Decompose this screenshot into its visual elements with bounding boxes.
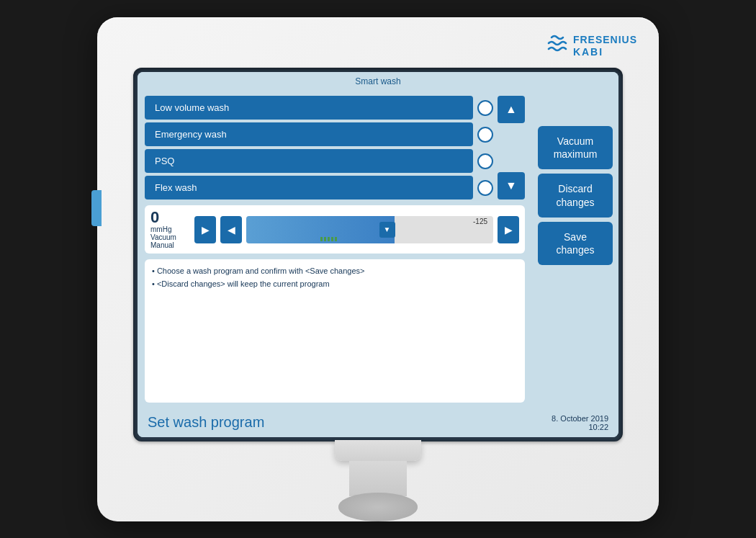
left-panel: Low volume wash Emergency wash PSQ (138, 90, 532, 408)
scroll-down-button[interactable]: ▼ (498, 172, 525, 199)
screen-title: Smart wash (355, 76, 400, 86)
wash-option-psq: PSQ (145, 149, 493, 173)
slider-label: -125 (473, 218, 487, 225)
device: FRESENIUS KABI Smart wash Low volume wa (97, 17, 659, 521)
stand-joint (338, 493, 418, 521)
save-changes-button[interactable]: Save changes (538, 222, 613, 265)
vacuum-right-button[interactable]: ▶ (498, 216, 519, 243)
date-display: 8. October 2019 (552, 414, 608, 423)
screen-title-bar: Smart wash (138, 72, 618, 91)
scroll-buttons: ▲ ▼ (498, 96, 525, 199)
vacuum-increment-button[interactable]: ▶ (194, 216, 216, 243)
vacuum-maximum-button[interactable]: Vacuum maximum (538, 126, 613, 169)
vacuum-slider[interactable]: -125 ▼ (246, 216, 493, 243)
instruction-2: • <Discard changes> will keep the curren… (152, 278, 518, 291)
instructions-panel: • Choose a wash program and confirm with… (145, 259, 525, 403)
vacuum-mode: Vacuum (150, 233, 190, 241)
emergency-wash-button[interactable]: Emergency wash (145, 122, 473, 146)
side-button[interactable] (91, 190, 102, 226)
logo-text: FRESENIUS KABI (573, 34, 637, 58)
psq-button[interactable]: PSQ (145, 149, 473, 173)
vacuum-area: 0 mmHg Vacuum Manual ▶ ◀ -125 ▼ (145, 205, 525, 254)
right-panel: Vacuum maximum Discard changes Save chan… (532, 90, 618, 408)
instruction-1: • Choose a wash program and confirm with… (152, 265, 518, 278)
logo-area: FRESENIUS KABI (547, 33, 637, 60)
vacuum-number: 0 (150, 210, 190, 225)
stand-top (335, 440, 421, 461)
wash-options-list: Low volume wash Emergency wash PSQ (145, 96, 493, 199)
logo-kabi: KABI (573, 46, 637, 58)
discard-changes-button[interactable]: Discard changes (538, 174, 613, 217)
main-content: Low volume wash Emergency wash PSQ (138, 90, 618, 408)
vacuum-unit: mmHg (150, 225, 190, 233)
wash-option-low-volume: Low volume wash (145, 96, 493, 120)
wash-option-emergency: Emergency wash (145, 122, 493, 146)
vacuum-left-button[interactable]: ◀ (220, 216, 242, 243)
date-time-display: 8. October 2019 10:22 (552, 414, 608, 431)
time-display: 10:22 (552, 423, 608, 431)
stand-neck (349, 461, 407, 496)
screen: Smart wash Low volume wash Emer (138, 72, 618, 437)
low-volume-wash-button[interactable]: Low volume wash (145, 96, 473, 120)
flex-wash-button[interactable]: Flex wash (145, 176, 473, 199)
vacuum-submode: Manual (150, 241, 190, 249)
logo-waves-icon (547, 33, 567, 60)
scroll-up-button[interactable]: ▲ (498, 96, 525, 123)
flex-radio[interactable] (477, 180, 493, 196)
green-marks (320, 237, 337, 241)
wash-options-container: Low volume wash Emergency wash PSQ (145, 96, 525, 199)
slider-handle[interactable]: ▼ (379, 222, 395, 238)
vacuum-value-display: 0 mmHg Vacuum Manual (150, 210, 190, 249)
screen-bezel: Smart wash Low volume wash Emer (133, 68, 623, 441)
psq-radio[interactable] (477, 153, 493, 169)
low-volume-radio[interactable] (477, 100, 493, 116)
emergency-radio[interactable] (477, 127, 493, 143)
bottom-bar: Set wash program 8. October 2019 10:22 (138, 408, 618, 437)
logo-fresenius: FRESENIUS (573, 34, 637, 46)
page-title: Set wash program (148, 414, 264, 431)
wash-option-flex: Flex wash (145, 176, 493, 199)
